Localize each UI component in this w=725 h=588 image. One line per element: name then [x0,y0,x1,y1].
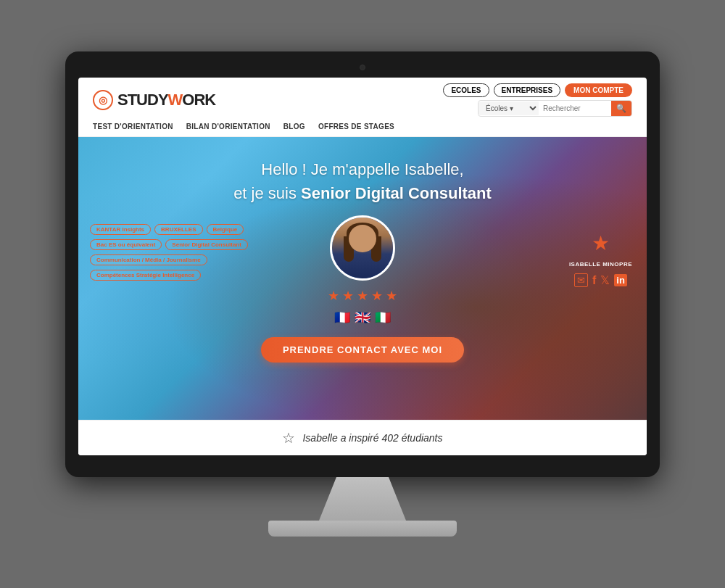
mail-icon[interactable]: ✉ [574,273,588,287]
hero-title-line1: Hello ! Je m'appelle Isabelle, [233,157,492,181]
avatar [330,215,395,281]
ecoles-button[interactable]: ECOLES [443,83,489,97]
star-4: ★ [371,288,383,304]
stars-row: ★ ★ ★ ★ ★ [328,288,397,304]
search-input[interactable] [539,102,611,115]
tag-belgique[interactable]: Belgique [207,224,244,235]
tag-communication[interactable]: Communication / Média / Journalisme [90,254,207,265]
tags-left: KANTAR Insights BRUXELLES Belgique Bac E… [90,224,248,281]
tag-row-3: Communication / Média / Journalisme [90,254,248,265]
search-button[interactable]: 🔍 [611,101,631,116]
monitor-stand-neck [319,477,406,521]
flags-row: 🇫🇷 🇬🇧 🇮🇹 [334,310,391,326]
avatar-person [332,218,393,278]
tag-bac-es[interactable]: Bac ES ou équivalent [90,239,162,250]
hero-title-bold: Senior Digital Consultant [301,184,492,202]
mentor-name: ISABELLE MINOPRE [569,261,632,268]
hero-title-prefix: et je suis [233,184,301,202]
nav-test-orientation[interactable]: TEST D'ORIENTATION [93,123,173,131]
logo-icon: ◎ [93,90,113,110]
header-right: ECOLES ENTREPRISES MON COMPTE Écoles ▾ E… [443,83,632,117]
nav-offres-stages[interactable]: OFFRES DE STAGES [318,123,394,131]
tag-kantar[interactable]: KANTAR Insights [90,224,151,235]
flag-it: 🇮🇹 [375,310,391,326]
inspired-text: Isabelle a inspiré 402 étudiants [302,432,442,444]
hero-title-line2: et je suis Senior Digital Consultant [233,181,492,205]
nav-blog[interactable]: BLOG [283,123,305,131]
avatar-container [330,215,395,281]
main-nav: TEST D'ORIENTATION BILAN D'ORIENTATION B… [93,123,394,131]
flag-gb: 🇬🇧 [355,310,370,326]
star-5: ★ [386,288,397,304]
avatar-face [349,225,376,252]
hero-banner: KANTAR Insights BRUXELLES Belgique Bac E… [78,137,647,420]
facebook-icon[interactable]: f [592,274,596,287]
tag-senior-digital[interactable]: Senior Digital Consultant [165,239,248,250]
star-3: ★ [357,288,368,304]
social-icons-row: ✉ f 𝕏 in [574,273,627,287]
linkedin-icon[interactable]: in [614,274,627,286]
inspired-bar: ☆ Isabelle a inspiré 402 étudiants [78,420,647,455]
header-top-buttons: ECOLES ENTREPRISES MON COMPTE [443,83,632,97]
search-bar: Écoles ▾ Entreprises 🔍 [478,100,632,117]
star-2: ★ [342,288,354,304]
nav-bilan-orientation[interactable]: BILAN D'ORIENTATION [186,123,270,131]
search-select[interactable]: Écoles ▾ Entreprises [478,102,539,115]
monitor-stand-base [268,521,457,537]
mon-compte-button[interactable]: MON COMPTE [565,83,632,97]
hero-title: Hello ! Je m'appelle Isabelle, et je sui… [233,157,492,205]
logo-text: STUDYWORK [117,91,215,109]
tag-strategie[interactable]: Compétences Stratégie Intelligence [90,270,201,281]
cta-contact-button[interactable]: PRENDRE CONTACT AVEC MOI [261,337,464,363]
star-1: ★ [328,288,339,304]
monitor-camera [360,65,365,70]
logo-accent: W [168,91,183,109]
tag-row-4: Compétences Stratégie Intelligence [90,270,248,281]
flag-fr: 🇫🇷 [334,310,350,326]
monitor-frame: ◎ STUDYWORK ECOLES ENTREPRISES MON COMPT… [65,51,660,537]
star-outline-icon: ☆ [282,429,295,447]
entreprises-button[interactable]: ENTREPRISES [494,83,561,97]
star-icon-large: ★ [592,231,610,255]
tag-row-1: KANTAR Insights BRUXELLES Belgique [90,224,248,235]
tag-bruxelles[interactable]: BRUXELLES [154,224,202,235]
twitter-icon[interactable]: 𝕏 [600,273,610,287]
website-screen: ◎ STUDYWORK ECOLES ENTREPRISES MON COMPT… [78,78,647,455]
site-header: ◎ STUDYWORK ECOLES ENTREPRISES MON COMPT… [78,78,647,137]
screen-bezel: ◎ STUDYWORK ECOLES ENTREPRISES MON COMPT… [65,51,660,477]
tag-row-2: Bac ES ou équivalent Senior Digital Cons… [90,239,248,250]
logo-area[interactable]: ◎ STUDYWORK [93,90,215,110]
social-right: ★ ISABELLE MINOPRE ✉ f 𝕏 in [569,231,632,287]
